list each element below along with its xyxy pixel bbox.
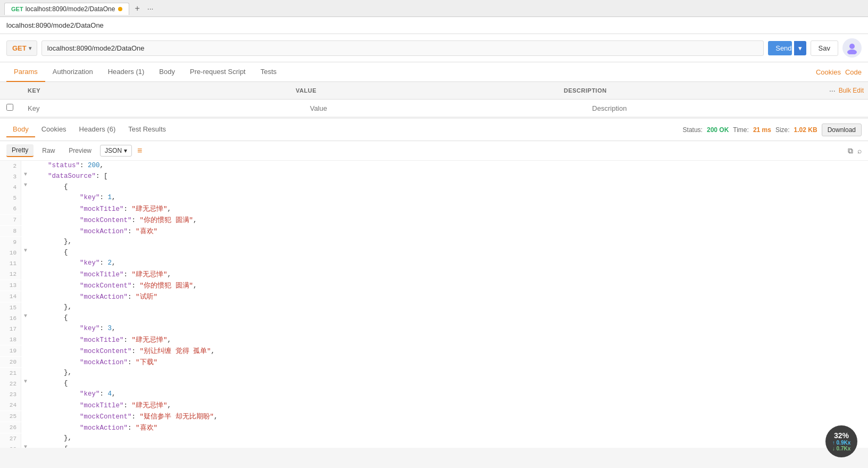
line-toggle[interactable]: ▼ bbox=[21, 313, 30, 319]
format-pretty-button[interactable]: Pretty bbox=[6, 144, 34, 157]
line-number: 24 bbox=[0, 400, 21, 410]
url-input[interactable] bbox=[41, 40, 764, 56]
code-line: 16▼ { bbox=[0, 313, 868, 324]
line-number: 11 bbox=[0, 258, 21, 269]
line-number: 27 bbox=[0, 433, 21, 444]
response-tab-headers[interactable]: Headers (6) bbox=[73, 122, 122, 137]
desc-input[interactable] bbox=[592, 104, 862, 112]
code-line: 19 "mockContent": "别让纠缠 觉得 孤单", bbox=[0, 346, 868, 357]
table-header: KEY VALUE DESCRIPTION ··· Bulk Edit bbox=[0, 82, 868, 100]
code-line: 5 "key": 1, bbox=[0, 193, 868, 203]
line-number: 26 bbox=[0, 422, 21, 433]
tab-pre-request-script[interactable]: Pre-request Script bbox=[182, 62, 253, 82]
filter-icon[interactable]: ≡ bbox=[137, 146, 142, 155]
bulk-edit-button[interactable]: Bulk Edit bbox=[839, 87, 864, 94]
table-more-icon[interactable]: ··· bbox=[829, 86, 836, 95]
code-token: 200 bbox=[88, 162, 100, 169]
line-toggle[interactable]: ▼ bbox=[21, 248, 30, 253]
tab-item[interactable]: GET localhost:8090/mode2/DataOne bbox=[4, 3, 129, 15]
line-toggle[interactable]: ▼ bbox=[21, 171, 30, 177]
tab-body[interactable]: Body bbox=[152, 62, 182, 82]
save-button[interactable]: Sav bbox=[811, 40, 838, 56]
line-content: }, bbox=[30, 433, 868, 443]
code-token: "mockAction" bbox=[80, 359, 128, 366]
code-token: "key" bbox=[80, 390, 100, 398]
line-number: 13 bbox=[0, 280, 21, 291]
code-token: "key" bbox=[80, 259, 100, 267]
code-token: "mockContent" bbox=[80, 217, 132, 224]
send-dropdown-button[interactable]: ▾ bbox=[794, 41, 806, 55]
code-link[interactable]: Code bbox=[845, 68, 862, 76]
tab-tests[interactable]: Tests bbox=[253, 62, 284, 82]
network-percent: 32% bbox=[834, 431, 849, 440]
line-toggle[interactable]: ▼ bbox=[21, 444, 30, 448]
size-label: Size: bbox=[775, 126, 790, 134]
format-raw-button[interactable]: Raw bbox=[37, 145, 60, 157]
tab-headers[interactable]: Headers (1) bbox=[101, 62, 152, 82]
code-token: : bbox=[132, 413, 140, 421]
value-cell[interactable] bbox=[304, 100, 586, 117]
line-number: 25 bbox=[0, 411, 21, 422]
row-check[interactable] bbox=[0, 100, 21, 117]
code-token: { bbox=[64, 445, 68, 448]
code-token: "key" bbox=[80, 325, 100, 332]
line-content: "mockTitle": "肆无忌惮", bbox=[30, 334, 868, 346]
line-number: 12 bbox=[0, 269, 21, 280]
search-icon[interactable]: ⌕ bbox=[857, 146, 862, 155]
key-cell[interactable] bbox=[21, 100, 304, 117]
code-line: 20 "mockAction": "下载" bbox=[0, 357, 868, 368]
table-check-col bbox=[0, 85, 21, 96]
method-label: GET bbox=[12, 44, 27, 52]
code-token: : bbox=[132, 348, 140, 355]
response-tab-test-results[interactable]: Test Results bbox=[122, 122, 172, 137]
code-token: : bbox=[128, 293, 136, 301]
code-line: 12 "mockTitle": "肆无忌惮", bbox=[0, 269, 868, 280]
code-area[interactable]: 2 "status": 200,3▼ "dataSource": [4▼ {5 … bbox=[0, 161, 868, 448]
code-token: "mockAction" bbox=[80, 228, 128, 235]
tab-authorization[interactable]: Authorization bbox=[45, 62, 101, 82]
code-token: : bbox=[128, 228, 136, 235]
code-token: : bbox=[124, 206, 132, 213]
code-token: : bbox=[100, 325, 108, 332]
desc-cell[interactable] bbox=[586, 100, 868, 117]
table-row bbox=[0, 100, 868, 117]
key-input[interactable] bbox=[28, 104, 297, 112]
code-line: 22▼ { bbox=[0, 379, 868, 389]
format-preview-button[interactable]: Preview bbox=[63, 145, 97, 157]
code-token: 3 bbox=[108, 325, 112, 332]
code-token: , bbox=[168, 206, 172, 213]
line-content: { bbox=[30, 248, 868, 257]
line-toggle[interactable]: ▼ bbox=[21, 379, 30, 384]
copy-icon[interactable]: ⧉ bbox=[848, 146, 853, 155]
line-content: "mockContent": "疑信参半 却无比期盼", bbox=[30, 411, 868, 422]
line-number: 15 bbox=[0, 302, 21, 313]
code-token: , bbox=[168, 336, 172, 344]
svg-point-1 bbox=[847, 50, 857, 54]
tab-add-button[interactable]: + bbox=[130, 2, 144, 15]
tab-more-button[interactable]: ··· bbox=[144, 2, 157, 15]
response-tab-cookies[interactable]: Cookies bbox=[35, 122, 73, 137]
code-token: "试听" bbox=[136, 293, 157, 301]
value-input[interactable] bbox=[310, 104, 580, 112]
cookies-link[interactable]: Cookies bbox=[816, 68, 841, 76]
format-type-dropdown[interactable]: JSON ▾ bbox=[100, 145, 132, 157]
code-token: , bbox=[214, 413, 218, 421]
download-button[interactable]: Download bbox=[822, 124, 862, 136]
line-content: "key": 3, bbox=[30, 324, 868, 333]
code-token: , bbox=[168, 402, 172, 409]
code-token: 2 bbox=[108, 259, 112, 267]
method-select[interactable]: GET bbox=[6, 40, 37, 56]
line-content: "mockContent": "你的惯犯 圆满", bbox=[30, 215, 868, 226]
size-value: 1.02 KB bbox=[794, 126, 817, 134]
code-line: 23 "key": 4, bbox=[0, 389, 868, 400]
code-token: "mockAction" bbox=[80, 424, 128, 432]
send-button[interactable]: Send bbox=[768, 41, 791, 55]
code-token: : bbox=[124, 336, 132, 344]
tab-params[interactable]: Params bbox=[6, 62, 45, 82]
row-checkbox[interactable] bbox=[6, 104, 13, 111]
line-toggle[interactable]: ▼ bbox=[21, 182, 30, 188]
code-token: : [ bbox=[96, 173, 108, 180]
line-number: 14 bbox=[0, 291, 21, 302]
response-tab-body[interactable]: Body bbox=[6, 122, 35, 137]
code-token: : bbox=[132, 282, 140, 290]
